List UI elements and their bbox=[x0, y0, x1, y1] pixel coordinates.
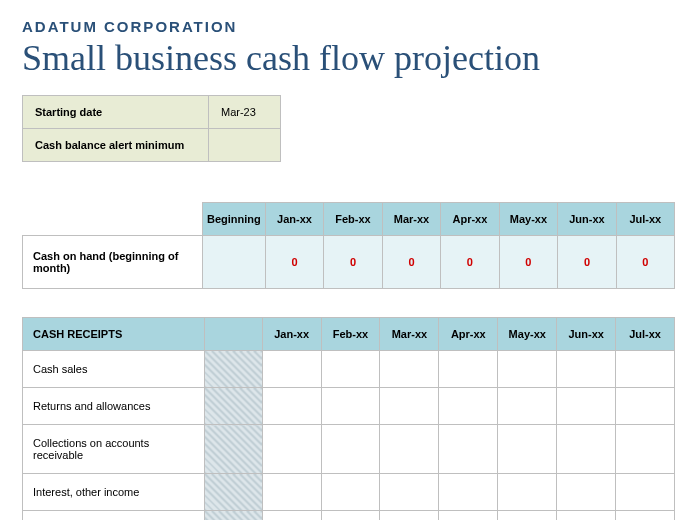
alert-min-value bbox=[209, 129, 281, 162]
cash-on-hand-cell: 0 bbox=[616, 236, 674, 289]
receipt-cell bbox=[616, 351, 675, 388]
receipt-cell bbox=[380, 511, 439, 521]
col-month: Apr-xx bbox=[441, 203, 499, 236]
cash-on-hand-table: Beginning Jan-xx Feb-xx Mar-xx Apr-xx Ma… bbox=[22, 202, 675, 289]
receipt-cell bbox=[380, 351, 439, 388]
receipts-section-label: CASH RECEIPTS bbox=[23, 318, 205, 351]
receipt-cell bbox=[321, 388, 380, 425]
receipt-cell bbox=[262, 474, 321, 511]
alert-min-label: Cash balance alert minimum bbox=[23, 129, 209, 162]
info-table: Starting date Mar-23 Cash balance alert … bbox=[22, 95, 281, 162]
receipt-cell bbox=[498, 351, 557, 388]
page-title: Small business cash flow projection bbox=[22, 37, 675, 79]
receipt-cell bbox=[321, 474, 380, 511]
col-month: May-xx bbox=[499, 203, 558, 236]
receipt-cell bbox=[262, 425, 321, 474]
receipts-col-month: Jun-xx bbox=[557, 318, 616, 351]
receipt-cell bbox=[439, 474, 498, 511]
receipt-cell bbox=[439, 425, 498, 474]
receipt-cell bbox=[380, 388, 439, 425]
receipt-cell bbox=[616, 425, 675, 474]
receipt-row-label: Interest, other income bbox=[23, 474, 205, 511]
receipt-cell bbox=[498, 388, 557, 425]
receipt-cell bbox=[439, 351, 498, 388]
receipt-cell bbox=[380, 474, 439, 511]
receipt-cell bbox=[498, 425, 557, 474]
col-month: Jul-xx bbox=[616, 203, 674, 236]
col-month: Mar-xx bbox=[382, 203, 440, 236]
receipt-cell bbox=[321, 425, 380, 474]
receipt-cell bbox=[262, 388, 321, 425]
receipts-col-month: Feb-xx bbox=[321, 318, 380, 351]
receipts-blank-col bbox=[204, 318, 262, 351]
col-beginning: Beginning bbox=[203, 203, 266, 236]
receipt-cell bbox=[557, 511, 616, 521]
receipt-row-label: Cash sales bbox=[23, 351, 205, 388]
receipt-cell bbox=[616, 474, 675, 511]
cash-on-hand-cell: 0 bbox=[441, 236, 499, 289]
blank-header bbox=[23, 203, 203, 236]
receipt-cell bbox=[439, 511, 498, 521]
cash-on-hand-label: Cash on hand (beginning of month) bbox=[23, 236, 203, 289]
company-name: ADATUM CORPORATION bbox=[22, 18, 675, 35]
col-month: Jan-xx bbox=[265, 203, 323, 236]
receipt-row-label: Loan proceeds bbox=[23, 511, 205, 521]
cash-on-hand-cell: 0 bbox=[558, 236, 616, 289]
receipt-row-label: Collections on accounts receivable bbox=[23, 425, 205, 474]
receipt-row-label: Returns and allowances bbox=[23, 388, 205, 425]
receipt-cell bbox=[262, 351, 321, 388]
receipt-cell bbox=[557, 425, 616, 474]
hatch-cell bbox=[204, 474, 262, 511]
cash-on-hand-cell: 0 bbox=[324, 236, 382, 289]
hatch-cell bbox=[204, 351, 262, 388]
cash-on-hand-cell: 0 bbox=[499, 236, 558, 289]
col-month: Feb-xx bbox=[324, 203, 382, 236]
hatch-cell bbox=[204, 511, 262, 521]
receipts-col-month: Mar-xx bbox=[380, 318, 439, 351]
cash-on-hand-cell: 0 bbox=[382, 236, 440, 289]
receipt-cell bbox=[321, 511, 380, 521]
starting-date-value: Mar-23 bbox=[209, 96, 281, 129]
receipt-cell bbox=[616, 511, 675, 521]
receipt-cell bbox=[557, 388, 616, 425]
hatch-cell bbox=[204, 388, 262, 425]
receipt-cell bbox=[439, 388, 498, 425]
receipts-col-month: May-xx bbox=[498, 318, 557, 351]
receipt-cell bbox=[321, 351, 380, 388]
receipt-cell bbox=[262, 511, 321, 521]
starting-date-label: Starting date bbox=[23, 96, 209, 129]
receipt-cell bbox=[498, 474, 557, 511]
receipt-cell bbox=[557, 351, 616, 388]
receipts-col-month: Jul-xx bbox=[616, 318, 675, 351]
receipt-cell bbox=[616, 388, 675, 425]
cash-on-hand-beginning bbox=[203, 236, 266, 289]
receipts-col-month: Jan-xx bbox=[262, 318, 321, 351]
cash-receipts-table: CASH RECEIPTS Jan-xx Feb-xx Mar-xx Apr-x… bbox=[22, 317, 675, 520]
receipt-cell bbox=[380, 425, 439, 474]
receipt-cell bbox=[498, 511, 557, 521]
cash-on-hand-cell: 0 bbox=[265, 236, 323, 289]
col-month: Jun-xx bbox=[558, 203, 616, 236]
receipt-cell bbox=[557, 474, 616, 511]
hatch-cell bbox=[204, 425, 262, 474]
receipts-col-month: Apr-xx bbox=[439, 318, 498, 351]
